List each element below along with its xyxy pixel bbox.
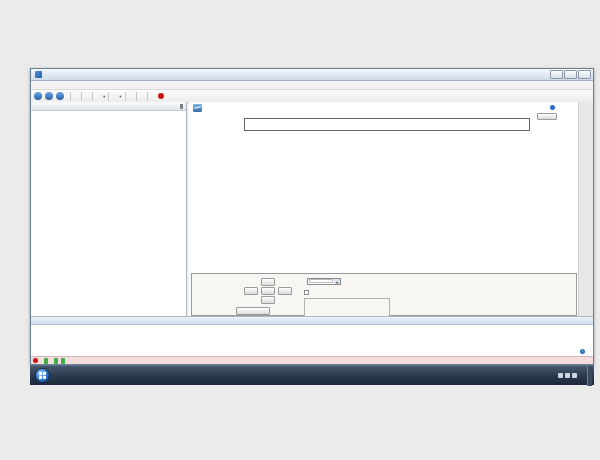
toolbar-separator: [136, 92, 137, 101]
toolbar-separator: [92, 92, 93, 101]
background-color-select[interactable]: ▾: [307, 278, 341, 285]
title-bar[interactable]: [31, 69, 593, 81]
pan-right-button[interactable]: [278, 287, 292, 295]
warnings-badge: [61, 358, 65, 364]
toolbar-separator: [125, 92, 126, 101]
pan-center-button[interactable]: [261, 287, 275, 295]
close-button[interactable]: [578, 70, 591, 79]
watch-panel: i: [31, 316, 593, 356]
pan-pad: [244, 278, 292, 304]
maximize-button[interactable]: [564, 70, 577, 79]
tray-flag-icon[interactable]: [572, 373, 577, 378]
app-window: ▾ ▾: [30, 68, 594, 365]
chevron-down-icon: ▾: [119, 94, 121, 99]
menu-bar: [31, 81, 593, 90]
panic-icon: [33, 358, 38, 363]
more-info-link[interactable]: i: [580, 349, 587, 354]
watch-panel-header: [31, 317, 593, 325]
chart-canvas: [189, 129, 579, 265]
tray-network-icon[interactable]: [558, 373, 563, 378]
device-tree: [31, 111, 186, 302]
oscilloscope-panel: ▾: [189, 102, 579, 316]
tray-volume-icon[interactable]: [565, 373, 570, 378]
chevron-down-icon: ▾: [334, 279, 340, 284]
color-swatch: [309, 279, 333, 283]
navigator-header: [31, 102, 186, 111]
full-view-button[interactable]: [537, 113, 557, 120]
pan-left-button[interactable]: [244, 287, 258, 295]
help-link[interactable]: [550, 105, 557, 110]
pattern-groupbox: [304, 298, 390, 317]
display-tab-page: ▾: [191, 273, 577, 317]
status-bar: [31, 356, 593, 364]
start-button[interactable]: [35, 368, 50, 383]
info-icon: i: [580, 349, 585, 354]
chart-legend: [244, 118, 530, 131]
taskbar: [30, 365, 594, 385]
oscilloscope-icon: [193, 104, 202, 112]
windows-logo-icon: [39, 372, 46, 380]
chevron-down-icon: ▾: [103, 94, 105, 99]
scope-tab-strip: [191, 263, 577, 273]
help-icon: [550, 105, 555, 110]
toolbar-separator: [147, 92, 148, 101]
navigator-panel: [31, 102, 187, 316]
pin-icon[interactable]: [180, 104, 183, 109]
toolbar-separator: [108, 92, 109, 101]
minimize-button[interactable]: [550, 70, 563, 79]
scope-side-panel: [510, 277, 558, 279]
toolbar-separator: [70, 92, 71, 101]
zoom-in-button[interactable]: [236, 307, 270, 315]
refresh-button[interactable]: [56, 92, 64, 100]
app-icon: [35, 71, 42, 78]
device-status-badge: [44, 358, 48, 364]
forward-button[interactable]: [45, 92, 53, 100]
axis-keep-checkbox[interactable]: [304, 290, 309, 295]
faults-badge: [54, 358, 58, 364]
back-button[interactable]: [34, 92, 42, 100]
scroll-gutter[interactable]: [578, 102, 593, 316]
show-desktop-button[interactable]: [587, 366, 592, 386]
panic-icon: [158, 93, 164, 99]
pan-down-button[interactable]: [261, 296, 275, 304]
pan-up-button[interactable]: [261, 278, 275, 286]
toolbar-separator: [81, 92, 82, 101]
